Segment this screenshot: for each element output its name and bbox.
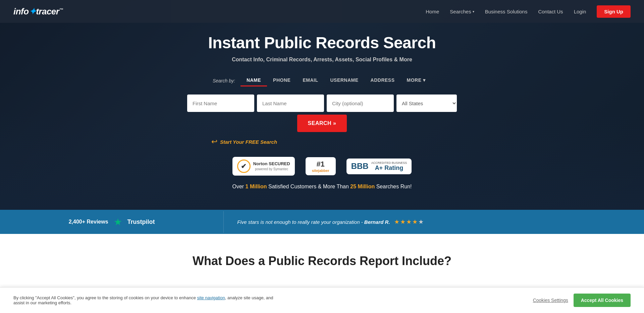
norton-secured-text: Norton SECURED — [253, 161, 290, 167]
logo-text: info✦tracer™ — [13, 6, 63, 17]
tp-reviews-count: 2,400+ Reviews — [69, 219, 108, 225]
city-input[interactable] — [327, 95, 394, 112]
free-search-text: Start Your FREE Search — [220, 139, 277, 145]
nav-login[interactable]: Login — [574, 9, 586, 14]
last-name-input[interactable] — [257, 95, 324, 112]
logo-trademark: ™ — [59, 7, 63, 12]
logo[interactable]: info✦tracer™ — [13, 6, 63, 17]
search-button-label: SEARCH » — [308, 120, 336, 126]
state-select[interactable]: All States Alabama Alaska Arizona Arkans… — [396, 95, 457, 112]
trustpilot-banner: 2,400+ Reviews ★ Trustpilot Five stars i… — [0, 210, 644, 234]
norton-powered-text: powered by Symantec — [253, 167, 290, 171]
first-name-input[interactable] — [187, 95, 254, 112]
stats-million1: 1 Million — [246, 184, 267, 189]
tab-name[interactable]: NAME — [240, 75, 267, 86]
hero-content: Instant Public Records Search Contact In… — [171, 34, 473, 190]
logo-tracer: tracer — [36, 6, 59, 16]
hero-title: Instant Public Records Search — [171, 34, 473, 52]
free-search-hint: ↩ Start Your FREE Search — [211, 137, 473, 146]
lower-title: What Does a Public Records Report Includ… — [13, 254, 631, 268]
tab-more[interactable]: MORE ▾ — [401, 75, 432, 86]
bbb-badge: BBB ACCREDITED BUSINESS A+ Rating — [346, 159, 412, 174]
tab-email[interactable]: EMAIL — [297, 75, 324, 86]
tp-quote-text: Five stars is not enough to really rate … — [237, 219, 390, 225]
tp-star-2: ★ — [400, 218, 406, 226]
nav-searches[interactable]: Searches ▾ — [450, 9, 474, 14]
stats-million2: 25 Million — [350, 184, 375, 189]
tp-star-3: ★ — [406, 218, 412, 226]
nav-links: Home Searches ▾ Business Solutions Conta… — [426, 5, 631, 18]
tab-address[interactable]: ADDRESS — [365, 75, 401, 86]
search-button[interactable]: SEARCH » — [297, 115, 347, 132]
search-by-label: Search by: — [213, 78, 235, 83]
tab-username[interactable]: USERNAME — [324, 75, 364, 86]
stats-prefix: Over — [232, 184, 244, 189]
trustpilot-left: 2,400+ Reviews ★ Trustpilot — [0, 211, 224, 233]
trustpilot-star-icon: ★ — [114, 216, 122, 228]
bbb-logo-icon: BBB — [351, 162, 369, 171]
stats-suffix: Searches Run! — [376, 184, 412, 189]
chevron-down-icon: ▾ — [423, 77, 426, 83]
tp-author: Bernard R. — [364, 219, 390, 225]
lower-section: What Does a Public Records Report Includ… — [0, 234, 644, 281]
logo-info: info — [13, 6, 29, 16]
chevron-down-icon: ▾ — [473, 10, 474, 13]
nav-home[interactable]: Home — [426, 9, 439, 14]
sitejabber-label: sitejabber — [312, 169, 329, 173]
trustpilot-right: Five stars is not enough to really rate … — [224, 213, 644, 231]
tp-star-4: ★ — [412, 218, 418, 226]
search-tabs: Search by: NAME PHONE EMAIL USERNAME ADD… — [171, 75, 473, 86]
trustpilot-brand: Trustpilot — [127, 218, 155, 226]
trust-badges: ✔ Norton SECURED powered by Symantec #1 … — [171, 157, 473, 176]
tab-phone[interactable]: PHONE — [267, 75, 297, 86]
norton-checkmark-icon: ✔ — [237, 160, 251, 173]
hero-stats: Over 1 Million Satisfied Customers & Mor… — [171, 184, 473, 190]
arrow-icon: ↩ — [211, 137, 217, 146]
tp-star-5: ★ — [418, 218, 424, 226]
sitejabber-rank: #1 — [316, 160, 324, 169]
stats-middle: Satisfied Customers & More Than — [268, 184, 349, 189]
signup-button[interactable]: Sign Up — [597, 5, 631, 18]
bbb-rating-text: A+ Rating — [371, 165, 407, 172]
bbb-accredited-text: ACCREDITED BUSINESS — [371, 161, 407, 165]
navbar: info✦tracer™ Home Searches ▾ Business So… — [0, 0, 644, 23]
tp-star-1: ★ — [394, 218, 399, 226]
search-form: All States Alabama Alaska Arizona Arkans… — [171, 95, 473, 132]
sitejabber-badge: #1 sitejabber — [306, 157, 336, 175]
hero-subtitle: Contact Info, Criminal Records, Arrests,… — [171, 57, 473, 63]
tp-star-rating: ★ ★ ★ ★ ★ — [394, 218, 424, 226]
nav-contact[interactable]: Contact Us — [538, 9, 563, 14]
hero-section: Instant Public Records Search Contact In… — [0, 0, 644, 210]
nav-business[interactable]: Business Solutions — [485, 9, 528, 14]
norton-badge: ✔ Norton SECURED powered by Symantec — [232, 157, 295, 176]
